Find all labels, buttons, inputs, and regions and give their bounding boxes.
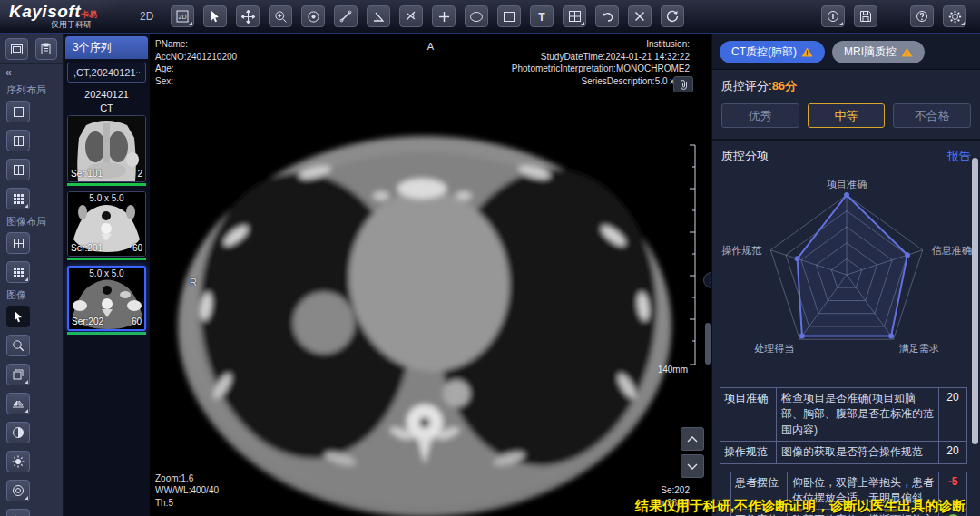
grade-excellent-button[interactable]: 优秀 bbox=[721, 103, 799, 128]
image-magnify-button[interactable] bbox=[6, 335, 30, 356]
app-window: Kayisoft卡易 仅用于科研 2D 2D bbox=[0, 0, 980, 516]
qc-subscore-title: 质控分项 bbox=[721, 148, 769, 164]
qc-score-label: 质控评分: bbox=[721, 79, 772, 92]
score-cell: 20 bbox=[939, 442, 966, 462]
section-image-layout-label: 图像布局 bbox=[0, 212, 63, 229]
window-level-button[interactable] bbox=[301, 5, 325, 27]
cross-marker-icon bbox=[438, 11, 450, 23]
qc-criteria-table: 项目准确检查项目是否准确(项目如脑部、胸部、腹部是否在标准的范围内容)20操作规… bbox=[712, 385, 980, 516]
image-invert-button[interactable] bbox=[6, 422, 30, 443]
info-icon bbox=[827, 10, 839, 23]
ellipse-annotation-button[interactable] bbox=[465, 5, 488, 27]
scroll-up-button[interactable] bbox=[681, 427, 704, 451]
ellipse-icon bbox=[469, 11, 484, 23]
thumb-slice-label: 5.0 x 5.0 bbox=[69, 268, 144, 278]
brightness-icon bbox=[12, 455, 24, 468]
series-layout-1x2-button[interactable] bbox=[6, 130, 30, 151]
image-layout-3x3-button[interactable] bbox=[6, 261, 30, 283]
clipboard-button[interactable] bbox=[35, 38, 58, 60]
series-thumbnail-201[interactable]: 5.0 x 5.0 Ser:201 60 bbox=[67, 191, 146, 260]
thumb-progress-bar bbox=[67, 258, 146, 260]
series-dropdown-value: ,CT,20240121 bbox=[74, 67, 136, 78]
pan-tool-button[interactable] bbox=[236, 5, 260, 27]
chevron-down-icon bbox=[136, 70, 141, 75]
cursor-tool-button[interactable] bbox=[203, 5, 227, 27]
image-cine-play-button[interactable] bbox=[6, 509, 30, 516]
length-measure-icon bbox=[339, 10, 352, 23]
angle-measure-icon bbox=[372, 10, 385, 23]
tab-mri-qc[interactable]: MRI脑质控 bbox=[832, 41, 925, 63]
undo-icon bbox=[601, 11, 614, 23]
sidebar-collapse-arrow[interactable]: « bbox=[0, 64, 63, 81]
zoom-tool-button[interactable] bbox=[269, 5, 292, 27]
series-layout-3x3-button[interactable] bbox=[6, 188, 30, 209]
left-tool-sidebar: « 序列布局 图像布局 图像 其他工具 bbox=[0, 34, 64, 516]
tab-ct-qc[interactable]: CT质控(肺部) bbox=[720, 41, 825, 63]
image-cursor-button[interactable] bbox=[6, 306, 30, 327]
thumb-image-count: 60 bbox=[132, 316, 142, 326]
save-button[interactable] bbox=[854, 5, 877, 27]
info-button[interactable] bbox=[821, 5, 845, 27]
score-cell: 20 bbox=[939, 388, 966, 441]
layout-2d-button[interactable]: 2D bbox=[171, 5, 194, 27]
window-level-icon bbox=[307, 10, 320, 24]
undo-button[interactable] bbox=[595, 5, 619, 27]
image-target-button[interactable] bbox=[6, 480, 30, 501]
scroll-down-button[interactable] bbox=[681, 454, 704, 478]
reset-rotate-icon bbox=[666, 10, 679, 23]
study-info-overlay: Institusion: StudyDateTime:2024-01-21 14… bbox=[512, 38, 690, 87]
layout-1x1-icon bbox=[13, 106, 24, 118]
layout-2x2-icon bbox=[13, 164, 24, 176]
report-link[interactable]: 报告 bbox=[947, 148, 971, 164]
series-panel: 3个序列 ,CT,20240121 20240121 CT S bbox=[64, 34, 150, 516]
measure-cobb-button[interactable] bbox=[399, 5, 423, 27]
series-layout-2x2-button[interactable] bbox=[6, 159, 30, 180]
settings-button[interactable] bbox=[943, 5, 966, 27]
thumb-progress-bar bbox=[67, 183, 146, 186]
radar-axis-label: 操作规范 bbox=[721, 245, 761, 256]
section-image-label: 图像 bbox=[0, 286, 63, 303]
brand-name-cn: 卡易 bbox=[81, 10, 97, 19]
quality-control-panel: CT质控(肺部) MRI脑质控 质控评分:86分 优秀 中等 不合格 质控分项 … bbox=[711, 34, 980, 516]
reset-button[interactable] bbox=[661, 5, 684, 27]
series-thumbnail-202-selected[interactable]: 5.0 x 5.0 Ser:202 60 bbox=[67, 266, 146, 335]
report-layout-button[interactable] bbox=[5, 38, 28, 60]
tab-label: CT质控(肺部) bbox=[731, 44, 797, 60]
qc-panel-scrollbar-thumb[interactable] bbox=[972, 158, 978, 444]
top-toolbar: Kayisoft卡易 仅用于科研 2D 2D bbox=[0, 0, 980, 34]
thumb-series-number: Ser:202 bbox=[72, 316, 103, 326]
image-flip-button[interactable] bbox=[6, 393, 30, 414]
delete-x-icon bbox=[634, 11, 645, 22]
series-layout-1x1-button[interactable] bbox=[6, 101, 30, 122]
image-grid-button[interactable] bbox=[563, 5, 586, 27]
image-layout-2x2-button[interactable] bbox=[6, 232, 30, 254]
grade-fail-button[interactable]: 不合格 bbox=[893, 103, 971, 128]
rect-annotation-button[interactable] bbox=[497, 5, 521, 27]
img-layout-3x3-icon bbox=[13, 267, 24, 278]
measure-length-button[interactable] bbox=[334, 5, 358, 27]
tab-label: MRI脑质控 bbox=[844, 44, 897, 60]
main-ct-viewport[interactable]: PName: AccNO:2401210200 Age: Sex: Instit… bbox=[150, 34, 711, 516]
table-row: 操作规范图像的获取是否符合操作规范20 bbox=[720, 442, 966, 463]
brand-logo: Kayisoft卡易 仅用于科研 bbox=[0, 2, 136, 31]
grade-medium-button[interactable]: 中等 bbox=[808, 103, 886, 128]
series-thumbnail-scout[interactable]: 20240121 CT Ser:101 2 bbox=[67, 88, 146, 186]
text-annotation-button[interactable]: T bbox=[530, 5, 554, 27]
image-brightness-button[interactable] bbox=[6, 451, 30, 472]
image-rotate-button[interactable] bbox=[6, 364, 30, 385]
help-button[interactable] bbox=[910, 5, 934, 27]
2d-box-icon: 2D bbox=[175, 9, 190, 24]
criteria-description: 检查项目是否准确(项目如脑部、胸部、腹部是否在标准的范围内容) bbox=[777, 388, 939, 441]
cross-marker-button[interactable] bbox=[432, 5, 456, 27]
delete-annotation-button[interactable] bbox=[628, 5, 652, 27]
attachment-button[interactable] bbox=[673, 76, 693, 92]
criteria-name: 操作规范 bbox=[720, 442, 777, 462]
series-count-header: 3个序列 bbox=[65, 36, 148, 59]
measure-angle-button[interactable] bbox=[367, 5, 390, 27]
viewer-scrollbar-thumb[interactable] bbox=[705, 323, 710, 365]
criteria-name: 项目准确 bbox=[720, 388, 777, 441]
series-dropdown[interactable]: ,CT,20240121 bbox=[67, 63, 146, 83]
svg-text:2D: 2D bbox=[179, 14, 187, 20]
mode-2d-label: 2D bbox=[140, 10, 153, 23]
cursor-icon bbox=[12, 310, 24, 323]
